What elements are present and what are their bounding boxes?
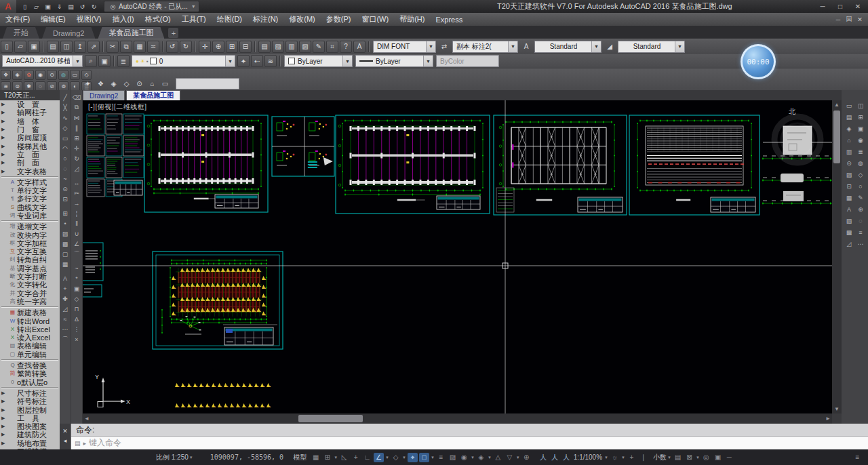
save-icon[interactable]: ▣ [43,1,53,12]
chevron-down-icon[interactable]: ▼ [385,456,389,460]
scroll-down-icon[interactable]: ▼ [834,405,840,413]
selection-cycling-toggle[interactable]: ◉ [459,453,469,462]
horizontal-scrollbar[interactable]: ◄ ► [83,413,832,424]
draw-tool-icon[interactable]: + [60,283,71,294]
modify-tool-icon[interactable]: ◇ [72,294,82,304]
right-toolbar-icon[interactable]: ○ [855,180,867,192]
modify-tool-icon[interactable]: Δ [72,314,82,324]
modify-tool-icon[interactable]: ⊓ [72,304,82,314]
right-toolbar-icon[interactable]: ▧ [844,215,855,226]
menu-item-修改M[interactable]: 修改(M) [283,13,321,26]
properties-icon[interactable]: ▤ [258,41,271,53]
right-toolbar-icon[interactable]: ⊙ [844,157,855,169]
right-toolbar-icon[interactable]: ◍ [855,157,867,169]
close-icon[interactable]: ✕ [849,0,867,13]
separator-bar-icon[interactable]: ❘ [638,453,648,462]
sidebar-item-调字基点[interactable]: 基调字基点 [0,264,60,272]
draw-tool-icon[interactable]: ∿ [60,113,71,123]
sidebar-item-文字互换[interactable]: 互文字互换 [0,247,60,256]
modify-tool-icon[interactable]: ⋈ [72,113,82,123]
scroll-up-icon[interactable]: ▲ [834,100,840,109]
draw-tool-icon[interactable]: ▦ [60,259,71,269]
sidebar-item-楼梯其他[interactable]: ▶楼梯其他 [0,142,60,150]
right-toolbar-icon[interactable]: ▩ [844,226,855,238]
sidebar-item-改块内字[interactable]: 改改块内字 [0,230,60,239]
match-properties-icon[interactable]: ≍ [147,41,159,53]
lineweight-toggle[interactable]: ≡ [436,453,446,462]
chevron-down-icon[interactable]: ▼ [402,456,406,460]
text-style-combo[interactable]: Standard ▼ [534,41,601,53]
sidebar-item-房间屋顶[interactable]: ▶房间屋顶 [0,134,60,142]
vertical-scroll-thumb[interactable] [833,110,840,163]
draw-tool-icon[interactable]: ◠ [60,143,71,153]
draw-tool-icon[interactable]: ~ [60,174,71,184]
point-style-icon[interactable]: ⊙ [47,70,57,80]
right-toolbar-icon[interactable]: ≡ [855,226,867,238]
chevron-down-icon[interactable]: ▼ [516,456,520,460]
annotation-visibility-icon[interactable]: 人 [538,453,549,462]
new-tab-button[interactable]: + [168,28,178,38]
modify-tool-icon[interactable]: ↻ [72,153,82,163]
sidebar-item-轴网柱子[interactable]: ▶轴网柱子 [0,108,60,117]
selection-filter-toggle[interactable]: ▽ [505,453,515,462]
right-toolbar-icon[interactable]: ◉ [855,134,867,146]
annotation-scale-value[interactable]: 1:1/100% [574,453,602,461]
draw-tool-icon[interactable]: ▢ [60,249,71,259]
menu-item-Express[interactable]: Express [430,13,468,26]
annotation-monitor-icon[interactable]: + [627,453,637,462]
modify-tool-icon[interactable]: ¦ [72,208,82,218]
image-icon[interactable]: ◇ [121,77,132,89]
right-toolbar-icon[interactable]: ▥ [844,146,855,157]
chevron-down-icon[interactable]: ▼ [471,456,475,460]
table-style-icon[interactable]: ✿ [24,70,34,80]
grid-toggle[interactable]: ▦ [311,453,321,462]
draw-tool-icon[interactable]: ⊡ [60,194,71,204]
transparency-toggle[interactable]: ▨ [448,453,458,462]
open-icon[interactable]: ▱ [31,1,41,12]
draw-tool-icon[interactable]: ▩ [60,239,71,249]
ortho-toggle[interactable]: ∟ [362,453,372,462]
command-history-icon[interactable]: ◂ [64,437,67,447]
sidebar-item-递增文字[interactable]: 增递增文字 [0,222,60,230]
sidebar-item-设置[interactable]: ▶设 置 [0,100,60,108]
drawing-tab-Drawing2[interactable]: Drawing2 [83,90,125,100]
modify-tool-icon[interactable]: ∪ [72,228,82,239]
sidebar-item-建筑防火[interactable]: ▶建筑防火 [0,430,60,439]
plot-preview-icon[interactable]: ◫ [60,41,73,53]
sidebar-item-统一字高[interactable]: 高统一字高 [0,298,60,306]
draw-tool-icon[interactable]: ▭ [60,133,71,143]
layer-states-icon[interactable]: ≋ [264,55,277,67]
frame-icon[interactable]: ⌂ [146,77,158,89]
layer-previous-icon[interactable]: ⇠ [251,55,263,67]
right-toolbar-icon[interactable]: ⌂ [844,134,855,146]
plot-icon[interactable]: ▤ [66,1,76,12]
restore-icon[interactable]: □ [831,0,849,13]
text-style2-icon[interactable]: ◈ [12,70,22,80]
modify-tool-icon[interactable]: ‖ [72,218,82,228]
draw-tool-icon[interactable]: ⌒ [60,334,71,344]
help-icon[interactable]: ? [340,41,352,53]
menu-item-绘图D[interactable]: 绘图(D) [212,13,248,26]
chevron-down-icon[interactable]: ▼ [621,456,625,460]
annotation-autoscale-icon[interactable]: 人 [550,453,560,462]
right-toolbar-icon[interactable]: ⊡ [844,180,855,192]
menu-item-格式O[interactable]: 格式(O) [140,13,176,26]
menu-item-视图V[interactable]: 视图(V) [71,13,107,26]
sidebar-item-单元编辑[interactable]: ▢单元编辑 [0,350,60,359]
draw-tool-icon[interactable]: ⊞ [60,208,71,218]
file-tab-某食品施工图[interactable]: 某食品施工图 [98,27,164,39]
isodraft-toggle[interactable]: ◇ [391,453,401,462]
dynamic-input-toggle[interactable]: + [351,453,361,462]
isolate-objects-icon[interactable]: ◎ [701,453,711,462]
sidebar-item-查找替换[interactable]: Q查找替换 [0,361,60,369]
sidebar-item-单行文字[interactable]: T单行文字 [0,186,60,195]
viewport-controls-label[interactable]: [-][俯视][二维线框] [88,102,147,112]
right-toolbar-icon[interactable]: ≣ [855,146,867,157]
sidebar-item-门窗[interactable]: ▶门 窗 [0,125,60,134]
doc-close-icon[interactable]: ✕ [854,16,865,23]
modify-tool-icon[interactable]: ↔ [72,178,82,188]
quick-properties-icon[interactable]: ▤ [673,453,683,462]
modify-tool-icon[interactable]: ▣ [72,283,82,294]
snap-toggle[interactable]: ⊞ [322,453,332,462]
right-toolbar-icon[interactable]: ⊞ [855,111,867,123]
